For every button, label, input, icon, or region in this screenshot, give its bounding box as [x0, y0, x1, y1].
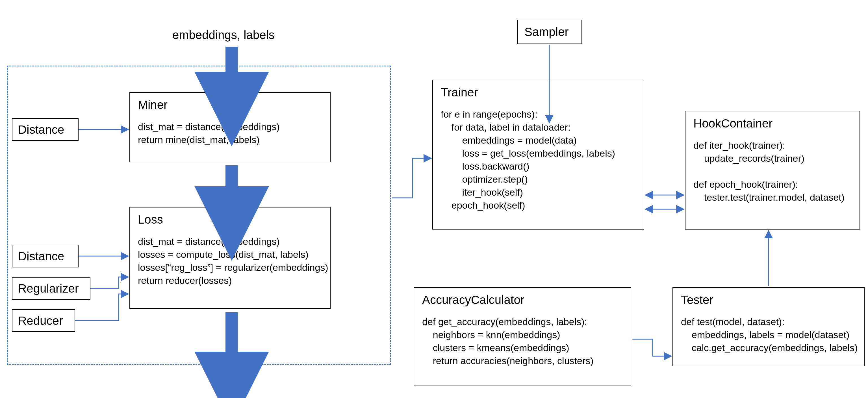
distance-2-title: Distance [18, 249, 72, 264]
accuracy-title: AccuracyCalculator [422, 293, 623, 307]
miner-code: dist_mat = distance(embeddings) return m… [138, 120, 322, 146]
loss-box: Loss dist_mat = distance(embeddings) los… [129, 207, 331, 309]
hook-container-box: HookContainer def iter_hook(trainer): up… [685, 111, 860, 229]
sampler-title: Sampler [524, 25, 575, 39]
distance-box-2: Distance [12, 245, 79, 267]
miner-box: Miner dist_mat = distance(embeddings) re… [129, 92, 331, 162]
loss-code: dist_mat = distance(embeddings) losses =… [138, 235, 322, 287]
accuracy-calculator-box: AccuracyCalculator def get_accuracy(embe… [414, 287, 631, 386]
hook-code: def iter_hook(trainer): update_records(t… [693, 139, 851, 204]
distance-1-title: Distance [18, 123, 72, 137]
tester-code: def test(model, dataset): embeddings, la… [681, 315, 856, 355]
top-input-label: embeddings, labels [173, 28, 275, 42]
regularizer-box: Regularizer [12, 277, 90, 300]
reducer-box: Reducer [12, 309, 75, 332]
hook-title: HookContainer [693, 117, 851, 131]
trainer-code: for e in range(epochs): for data, label … [441, 108, 636, 212]
miner-title: Miner [138, 98, 322, 112]
trainer-title: Trainer [441, 85, 636, 99]
tester-title: Tester [681, 293, 856, 307]
tester-box: Tester def test(model, dataset): embeddi… [673, 287, 865, 366]
loss-title: Loss [138, 213, 322, 227]
reducer-title: Reducer [18, 314, 69, 328]
regularizer-title: Regularizer [18, 281, 84, 296]
sampler-box: Sampler [517, 20, 582, 44]
bottom-output-label: loss [218, 373, 239, 387]
trainer-box: Trainer for e in range(epochs): for data… [432, 80, 644, 229]
distance-box-1: Distance [12, 118, 79, 141]
accuracy-code: def get_accuracy(embeddings, labels): ne… [422, 315, 623, 367]
